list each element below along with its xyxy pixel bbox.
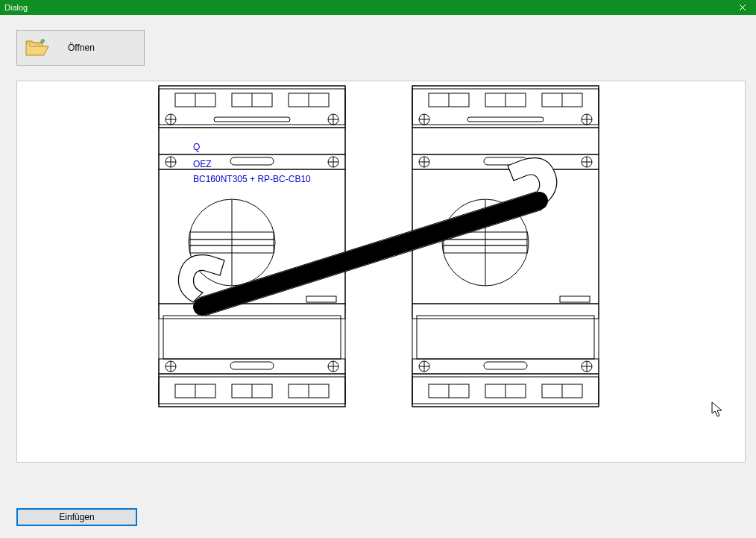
insert-button-label: Einfügen — [59, 512, 94, 522]
drawing-preview: Q OEZ BC160NT305 + RP-BC-CB10 — [16, 81, 746, 463]
toolbar: Öffnen — [0, 15, 756, 81]
titlebar: Dialog — [0, 0, 756, 15]
preview-panel: Q OEZ BC160NT305 + RP-BC-CB10 — [0, 81, 756, 499]
folder-open-icon — [25, 39, 47, 57]
window-title: Dialog — [4, 3, 28, 12]
open-button[interactable]: Öffnen — [16, 30, 145, 66]
dialog-client: Öffnen — [0, 15, 756, 538]
label-q: Q — [193, 142, 200, 152]
label-manufacturer: OEZ — [193, 159, 212, 169]
label-part: BC160NT305 + RP-BC-CB10 — [193, 174, 311, 184]
close-icon — [739, 4, 746, 11]
insert-button[interactable]: Einfügen — [16, 508, 137, 526]
close-button[interactable] — [729, 0, 756, 15]
open-button-label: Öffnen — [68, 43, 95, 53]
footer: Einfügen — [0, 499, 756, 538]
